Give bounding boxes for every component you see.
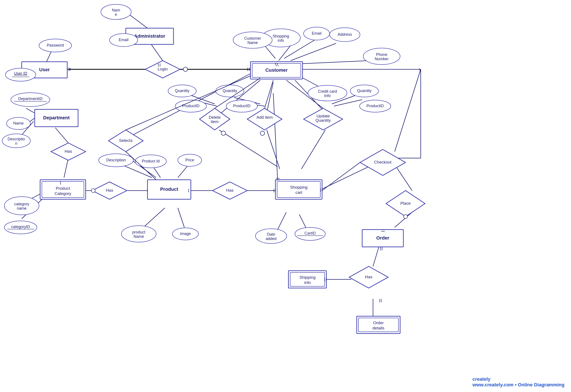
relationship-selects-label: Selects bbox=[119, 138, 133, 143]
creately-brand: creately bbox=[472, 377, 490, 382]
line-admin-name bbox=[130, 15, 148, 28]
line-checkout-customer bbox=[395, 69, 421, 152]
attr-uq-prodid-label: ProductID bbox=[366, 104, 384, 108]
attr-add-prodid-label: ProductID bbox=[233, 104, 251, 108]
creately-logo: creately www.creately.com • Online Diagr… bbox=[472, 377, 565, 388]
line-additem-sc bbox=[267, 130, 280, 169]
attr-shopping-info-label1: Shopping bbox=[273, 34, 289, 38]
attr-prod-productid-label: Product Id bbox=[142, 159, 160, 163]
entity-administrator-label: Administrator bbox=[134, 33, 165, 39]
attr-product-name-label1: product bbox=[132, 230, 145, 234]
entity-product-label: Product bbox=[160, 186, 178, 192]
relationship-login-label: Login bbox=[158, 67, 168, 71]
relationship-has1-label: Has bbox=[65, 149, 72, 154]
attr-phone-number-label1: Phone bbox=[376, 52, 387, 57]
attr-customer-name-label2: Name bbox=[247, 41, 258, 45]
attr-name-label2: e bbox=[115, 12, 117, 17]
cardinality-zero-one-customer bbox=[183, 67, 188, 71]
relationship-update-quantity-label2: Quantity bbox=[316, 118, 331, 123]
line-additem-customer bbox=[265, 80, 273, 108]
attr-date-added-label2: added bbox=[266, 237, 276, 241]
entity-order-details-label2: details bbox=[373, 326, 385, 330]
attr-dept-name-label: Name bbox=[13, 121, 24, 126]
attr-customer-email-label: Email bbox=[312, 31, 321, 36]
attr-prod-desc-label: Description bbox=[106, 158, 126, 162]
attr-image-label: Image bbox=[180, 232, 191, 236]
relationship-add-item-label1: Add item bbox=[256, 115, 273, 120]
line-checkout-place bbox=[395, 165, 412, 191]
line-customer-customername bbox=[265, 45, 275, 58]
relationship-place-label: Place bbox=[400, 201, 411, 206]
attr-cart-id-label: CartID bbox=[304, 231, 316, 235]
cardinality-place-circle bbox=[404, 215, 407, 219]
attr-product-name-label2: Name bbox=[134, 234, 144, 239]
attr-price-label: Price bbox=[185, 158, 194, 162]
attr-del-qty-label: Quantity bbox=[175, 89, 189, 93]
relationship-update-quantity-label1: Update bbox=[316, 114, 330, 118]
relationship-delete-item-label2: item bbox=[211, 119, 219, 124]
attr-add-qty-label: Quantity bbox=[223, 89, 237, 93]
attr-category-name-label1: category bbox=[14, 202, 29, 206]
line-uq-prodid bbox=[334, 100, 362, 106]
line-prod-price bbox=[178, 165, 189, 178]
relationship-delete-item-label1: Delete bbox=[209, 115, 221, 120]
entity-shipping-info-label2: info bbox=[304, 280, 311, 285]
attr-customer-name-label1: Customer bbox=[244, 36, 261, 41]
attr-uq-qty-label: Quantity bbox=[357, 89, 372, 93]
cardinality-has2-circle bbox=[91, 189, 95, 193]
line-customer-address bbox=[291, 43, 336, 61]
attr-user-id-label: User ID bbox=[14, 71, 27, 76]
entity-shopping-cart-label1: Shopping bbox=[290, 185, 308, 190]
attr-shopping-info-label2: info bbox=[278, 38, 284, 43]
cardinality-delitem-circle bbox=[221, 131, 225, 135]
line-customer-phone bbox=[297, 61, 369, 64]
line-checkout-sc bbox=[322, 162, 360, 191]
attr-phone-number-label2: Number bbox=[375, 57, 389, 61]
line-uq-sc bbox=[301, 130, 325, 169]
relationship-has3-label: Has bbox=[226, 188, 234, 193]
line-sc-dateadded bbox=[278, 212, 286, 230]
line-order-has bbox=[373, 245, 379, 266]
entity-shopping-cart-label2: cart bbox=[295, 190, 302, 195]
relationship-has-order-label: Has bbox=[365, 275, 372, 279]
attr-credit-card-label2: Info bbox=[324, 94, 331, 98]
relationship-checkout-label: Checkout bbox=[374, 160, 392, 164]
line-dept-has bbox=[55, 128, 68, 143]
entity-department-label: Department bbox=[43, 115, 70, 120]
entity-order-label: Order bbox=[376, 235, 389, 241]
entity-product-category-label2: Category bbox=[54, 191, 71, 196]
attr-email-admin-label: Email bbox=[119, 38, 128, 42]
attr-category-name-label2: name bbox=[17, 206, 27, 210]
attr-dept-desc-label2: n bbox=[15, 141, 17, 146]
attr-credit-card-label1: Credit card bbox=[318, 89, 337, 94]
attr-password-label: Password bbox=[47, 43, 64, 47]
entity-order-details-label1: Order bbox=[373, 321, 384, 325]
cardinality-additem-circle bbox=[260, 131, 265, 135]
attr-category-id-label: categoryID bbox=[11, 224, 30, 229]
attr-dept-desc-label1: Descriptio bbox=[8, 137, 25, 141]
entity-user-label: User bbox=[39, 67, 50, 72]
attr-date-added-label1: Date bbox=[267, 232, 275, 237]
entity-shipping-info-label1: Shipping bbox=[300, 275, 316, 280]
attr-dept-id-label: DepartmentID bbox=[18, 97, 43, 101]
creately-sub: www.creately.com • Online Diagramming bbox=[472, 382, 565, 388]
line-prod-image bbox=[178, 208, 184, 227]
entity-product-category-label1: Product bbox=[56, 186, 70, 191]
attr-address-label: Address bbox=[338, 32, 352, 37]
line-has-prodcat bbox=[64, 158, 68, 178]
entity-customer-label: Customer bbox=[265, 67, 288, 73]
line-sc-customer-direct bbox=[273, 93, 278, 180]
relationship-has2-label: Has bbox=[106, 188, 113, 193]
attr-name-label1: Nam bbox=[112, 8, 120, 12]
